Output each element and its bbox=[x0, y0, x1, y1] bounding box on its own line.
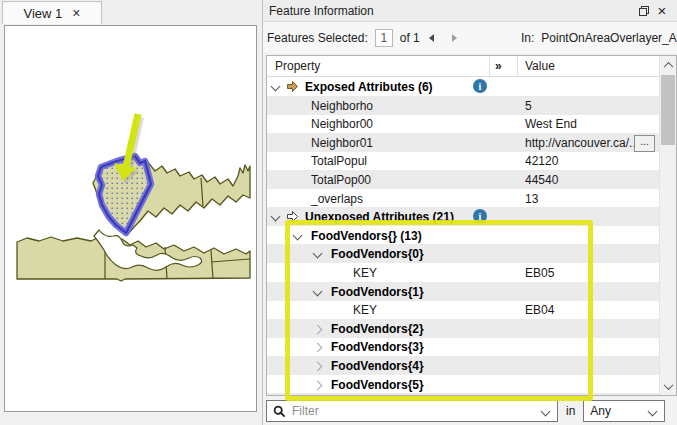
chevron-down-icon[interactable] bbox=[293, 230, 303, 240]
filter-scope-value: Any bbox=[590, 404, 611, 418]
table-row[interactable]: FoodVendors{1} bbox=[267, 282, 659, 301]
table-row[interactable]: Neighbor01http://vancouver.ca/...... bbox=[267, 133, 659, 152]
chevron-down-icon bbox=[663, 380, 673, 390]
filter-placeholder: Filter bbox=[292, 404, 319, 418]
scroll-down-button[interactable] bbox=[660, 378, 676, 394]
property-name: FoodVendors{1} bbox=[331, 285, 424, 299]
close-panel-button[interactable]: × bbox=[653, 3, 671, 19]
filter-dropdown-icon[interactable] bbox=[541, 407, 551, 417]
table-row[interactable]: FoodVendors{0} bbox=[267, 244, 659, 263]
table-row[interactable]: FoodVendors{3} bbox=[267, 337, 659, 356]
property-value: 42120 bbox=[525, 154, 558, 168]
expand-columns-button[interactable]: » bbox=[495, 59, 502, 73]
property-name: Neighbor00 bbox=[311, 117, 373, 131]
chevron-down-icon[interactable] bbox=[313, 286, 323, 296]
chevron-right-icon[interactable] bbox=[313, 343, 323, 353]
table-row[interactable]: KEYEB04 bbox=[267, 300, 659, 319]
property-name: Unexposed Attributes (21) bbox=[305, 210, 454, 224]
property-name: KEY bbox=[353, 303, 377, 317]
table-row[interactable]: FoodVendors{2} bbox=[267, 319, 659, 338]
unexposed-arrow bbox=[286, 210, 299, 223]
feature-selection-toolbar: Features Selected: 1 of 1 In: PointOnAre… bbox=[263, 22, 677, 53]
property-name: FoodVendors{5} bbox=[331, 378, 424, 392]
info-icon[interactable]: i bbox=[473, 209, 487, 223]
vertical-scrollbar[interactable] bbox=[659, 56, 676, 395]
feature-count-label: of 1 bbox=[400, 31, 420, 45]
exposed-arrow-icon bbox=[286, 80, 299, 93]
property-name: TotalPop00 bbox=[311, 173, 371, 187]
tab-view-1[interactable]: View 1 × bbox=[2, 1, 102, 24]
property-name: TotalPopul bbox=[311, 154, 367, 168]
table-row[interactable]: FoodVendors{6} bbox=[267, 393, 659, 396]
close-icon: × bbox=[658, 2, 667, 19]
map-canvas bbox=[5, 26, 256, 411]
float-window-button[interactable] bbox=[635, 3, 653, 19]
float-window-icon bbox=[638, 5, 650, 17]
table-row[interactable]: KEYEB05 bbox=[267, 263, 659, 282]
tab-close-icon[interactable]: × bbox=[72, 6, 80, 20]
feature-source: In: PointOnAreaOverlayer_Area bbox=[521, 22, 677, 53]
filter-in-label: in bbox=[566, 404, 575, 418]
chevron-right-icon[interactable] bbox=[313, 362, 323, 372]
exposed-arrow bbox=[286, 80, 299, 93]
property-value: 44540 bbox=[525, 173, 558, 187]
next-feature-button[interactable] bbox=[452, 34, 457, 42]
column-divider[interactable] bbox=[517, 56, 518, 76]
table-row[interactable]: FoodVendors{4} bbox=[267, 356, 659, 375]
property-name: FoodVendors{} (13) bbox=[311, 229, 422, 243]
panel-title-bar: Feature Information × bbox=[263, 0, 677, 22]
chevron-right-icon[interactable] bbox=[313, 380, 323, 390]
table-row[interactable]: TotalPopul42120 bbox=[267, 151, 659, 170]
property-name: KEY bbox=[353, 266, 377, 280]
unexposed-arrow-icon bbox=[286, 210, 299, 223]
column-divider[interactable] bbox=[489, 56, 490, 76]
table-row[interactable]: Neighborho5 bbox=[267, 96, 659, 115]
previous-feature-button[interactable] bbox=[429, 34, 434, 42]
filter-scope-select[interactable]: Any bbox=[583, 400, 665, 422]
property-value: 5 bbox=[525, 99, 532, 113]
scroll-up-button[interactable] bbox=[660, 57, 676, 73]
property-name: Neighborho bbox=[311, 99, 373, 113]
table-row[interactable]: FoodVendors{5} bbox=[267, 375, 659, 394]
feature-information-panel: Feature Information × Features Selected:… bbox=[262, 0, 677, 425]
chevron-up-icon bbox=[663, 61, 673, 71]
chevron-right-icon[interactable] bbox=[313, 324, 323, 334]
value-column-header: Value bbox=[525, 59, 555, 73]
chevron-down-icon[interactable] bbox=[271, 212, 281, 222]
property-name: FoodVendors{2} bbox=[331, 322, 424, 336]
map-view[interactable] bbox=[4, 25, 257, 412]
property-value: EB05 bbox=[525, 266, 554, 280]
features-selected-label: Features Selected: bbox=[267, 31, 368, 45]
chevron-down-icon bbox=[648, 407, 658, 417]
table-header: Property » Value bbox=[267, 56, 676, 77]
chevron-down-icon[interactable] bbox=[271, 82, 281, 92]
scrollbar-thumb[interactable] bbox=[661, 75, 675, 145]
property-value: http://vancouver.ca/... bbox=[525, 136, 639, 150]
chevron-down-icon[interactable] bbox=[313, 249, 323, 259]
property-name: _overlaps bbox=[311, 192, 363, 206]
table-row[interactable]: Neighbor00West End bbox=[267, 114, 659, 133]
in-label: In: bbox=[521, 31, 534, 45]
property-value: 13 bbox=[525, 192, 538, 206]
table-row[interactable]: FoodVendors{} (13) bbox=[267, 226, 659, 245]
table-row[interactable]: TotalPop0044540 bbox=[267, 170, 659, 189]
property-name: Exposed Attributes (6) bbox=[305, 80, 433, 94]
view-panel: View 1 × bbox=[0, 0, 262, 425]
table-row[interactable]: Exposed Attributes (6)i bbox=[267, 77, 659, 96]
property-value: West End bbox=[525, 117, 577, 131]
table-row[interactable]: _overlaps13 bbox=[267, 189, 659, 208]
property-value: EB04 bbox=[525, 303, 554, 317]
table-row[interactable]: Unexposed Attributes (21)i bbox=[267, 207, 659, 226]
property-name: FoodVendors{4} bbox=[331, 359, 424, 373]
filter-input[interactable]: Filter bbox=[266, 400, 558, 422]
tab-view-1-label: View 1 bbox=[24, 6, 63, 21]
filter-bar: Filter in Any bbox=[263, 397, 677, 425]
open-value-button[interactable]: ... bbox=[634, 135, 655, 152]
search-icon bbox=[273, 405, 286, 418]
info-icon[interactable]: i bbox=[473, 79, 487, 93]
feature-index-box[interactable]: 1 bbox=[375, 29, 393, 47]
view-tab-bar: View 1 × bbox=[0, 0, 262, 24]
panel-title: Feature Information bbox=[269, 4, 635, 18]
property-name: FoodVendors{3} bbox=[331, 340, 424, 354]
attribute-rows: Exposed Attributes (6)iNeighborho5Neighb… bbox=[267, 77, 659, 395]
